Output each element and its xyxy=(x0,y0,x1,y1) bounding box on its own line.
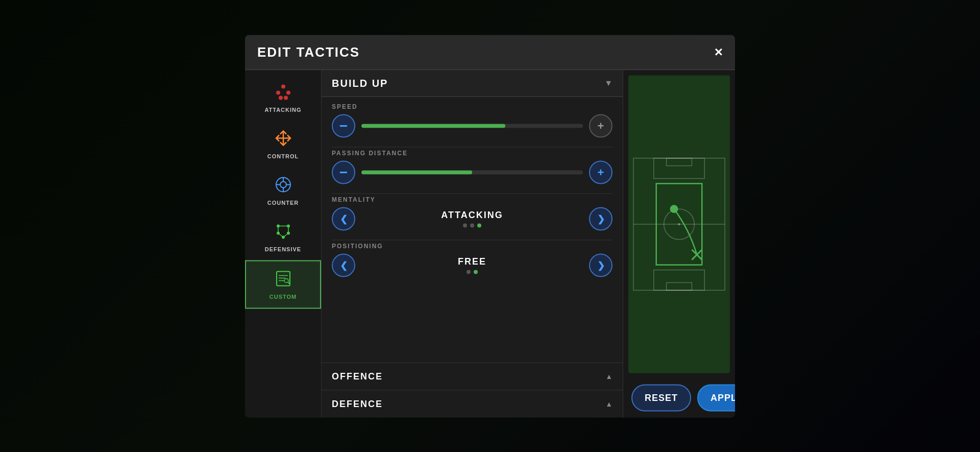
mentality-label: MENTALITY xyxy=(332,196,612,203)
svg-point-27 xyxy=(284,278,288,282)
sidebar: ATTACKING CONTROL xyxy=(245,70,322,417)
svg-point-8 xyxy=(280,181,286,187)
positioning-dots xyxy=(361,270,583,274)
speed-slider-row: − + xyxy=(332,114,612,137)
divider-1 xyxy=(332,147,612,147)
sidebar-item-control[interactable]: CONTROL xyxy=(245,121,321,167)
passing-slider-track[interactable] xyxy=(361,170,583,174)
close-button[interactable]: × xyxy=(715,45,723,59)
passing-minus-button[interactable]: − xyxy=(332,160,355,184)
defence-section: DEFENCE ▲ xyxy=(322,390,623,417)
custom-icon xyxy=(274,269,292,290)
control-icon xyxy=(274,129,292,150)
svg-point-33 xyxy=(678,223,680,225)
positioning-value: FREE xyxy=(361,256,583,274)
positioning-text: FREE xyxy=(361,256,583,267)
attacking-icon xyxy=(274,82,292,103)
sidebar-item-counter-label: COUNTER xyxy=(267,199,299,205)
passing-plus-button[interactable]: + xyxy=(589,160,612,184)
speed-control: SPEED − + xyxy=(332,103,612,137)
passing-slider-row: − + xyxy=(332,160,612,184)
sidebar-item-counter[interactable]: COUNTER xyxy=(245,167,321,213)
buildup-dropdown-arrow: ▼ xyxy=(604,79,612,88)
sidebar-item-attacking-label: ATTACKING xyxy=(264,106,301,112)
modal-title: EDIT TACTICS xyxy=(257,44,360,60)
modal-header: EDIT TACTICS × xyxy=(245,35,735,70)
bottom-buttons: RESET APPLY xyxy=(623,378,735,417)
divider-3 xyxy=(332,240,612,240)
defence-title: DEFENCE xyxy=(332,398,383,409)
reset-button[interactable]: RESET xyxy=(631,384,691,411)
defensive-icon xyxy=(274,222,292,243)
sidebar-item-custom[interactable]: CUSTOM xyxy=(245,260,321,308)
defence-row[interactable]: DEFENCE ▲ xyxy=(322,390,623,417)
sidebar-item-control-label: CONTROL xyxy=(267,153,299,159)
right-panel: RESET APPLY xyxy=(623,70,735,417)
svg-point-4 xyxy=(284,96,288,100)
buildup-section-header[interactable]: BUILD UP ▼ xyxy=(322,70,623,97)
speed-minus-button[interactable]: − xyxy=(332,114,355,137)
divider-2 xyxy=(332,193,612,194)
controls-area: SPEED − + PASSING DISTANCE − xyxy=(322,97,623,362)
passing-slider-fill xyxy=(361,170,472,174)
pitch-svg xyxy=(628,75,730,373)
mentality-control: MENTALITY ❮ ATTACKING ❯ xyxy=(332,196,612,230)
mentality-left-button[interactable]: ❮ xyxy=(332,207,355,230)
mentality-right-button[interactable]: ❯ xyxy=(589,207,612,230)
svg-line-22 xyxy=(283,233,288,237)
modal-body: ATTACKING CONTROL xyxy=(245,70,735,417)
positioning-selector-row: ❮ FREE ❯ xyxy=(332,253,612,277)
positioning-label: POSITIONING xyxy=(332,242,612,249)
mentality-selector-row: ❮ ATTACKING ❯ xyxy=(332,207,612,230)
counter-icon xyxy=(274,175,292,196)
main-content: BUILD UP ▼ SPEED − + xyxy=(322,70,623,417)
mentality-value: ATTACKING xyxy=(361,210,583,228)
svg-rect-23 xyxy=(277,271,290,286)
positioning-dot-2 xyxy=(474,270,478,274)
offence-row[interactable]: OFFENCE ▲ xyxy=(322,363,623,390)
svg-line-21 xyxy=(278,233,283,237)
offence-expand-icon: ▲ xyxy=(605,372,612,380)
mentality-text: ATTACKING xyxy=(361,210,583,221)
sidebar-item-attacking[interactable]: ATTACKING xyxy=(245,74,321,121)
svg-point-2 xyxy=(286,90,290,94)
svg-point-0 xyxy=(281,84,285,88)
speed-label: SPEED xyxy=(332,103,612,110)
passing-distance-label: PASSING DISTANCE xyxy=(332,149,612,156)
offence-section: OFFENCE ▲ xyxy=(322,362,623,390)
sidebar-item-custom-label: CUSTOM xyxy=(270,293,297,299)
speed-slider-track[interactable] xyxy=(361,124,583,128)
positioning-dot-1 xyxy=(467,270,471,274)
passing-distance-control: PASSING DISTANCE − + xyxy=(332,149,612,184)
speed-slider-fill xyxy=(361,124,505,128)
mentality-dots xyxy=(361,224,583,228)
speed-plus-button[interactable]: + xyxy=(589,114,612,137)
tactics-board xyxy=(628,75,730,373)
positioning-left-button[interactable]: ❮ xyxy=(332,253,355,277)
mentality-dot-1 xyxy=(463,224,467,228)
svg-line-28 xyxy=(288,282,289,283)
svg-point-3 xyxy=(279,96,283,100)
defence-expand-icon: ▲ xyxy=(605,400,612,408)
offence-title: OFFENCE xyxy=(332,371,383,382)
positioning-right-button[interactable]: ❯ xyxy=(589,253,612,277)
mentality-dot-3 xyxy=(477,224,481,228)
buildup-title: BUILD UP xyxy=(332,77,388,89)
positioning-control: POSITIONING ❮ FREE ❯ xyxy=(332,242,612,277)
svg-point-1 xyxy=(276,90,280,94)
sidebar-item-defensive-label: DEFENSIVE xyxy=(265,246,301,252)
sidebar-item-defensive[interactable]: DEFENSIVE xyxy=(245,213,321,260)
apply-button[interactable]: APPLY xyxy=(697,384,735,411)
mentality-dot-2 xyxy=(470,224,474,228)
edit-tactics-modal: EDIT TACTICS × ATTACKING xyxy=(245,35,735,417)
